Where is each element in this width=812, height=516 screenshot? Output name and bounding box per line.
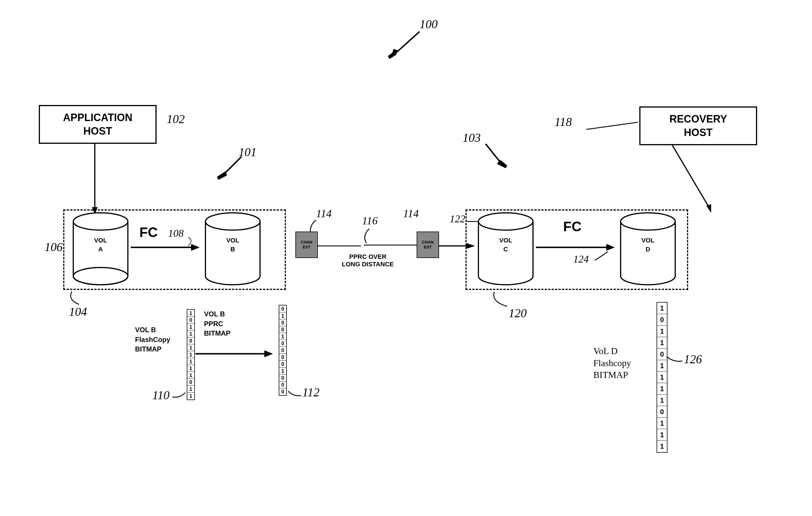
svg-marker-6: [217, 171, 227, 180]
bitmap-d-label: VoL D Flashcopy BITMAP: [593, 345, 631, 381]
bitmap-cell: 0: [279, 361, 286, 368]
chan-ext-left: CHAN EXT: [295, 232, 318, 258]
ref-120-line: [491, 291, 514, 309]
bitmap-fc-label: VOL B FlashCopy BITMAP: [135, 325, 170, 354]
svg-point-12: [73, 213, 128, 230]
chan-ext-right: CHAN EXT: [417, 232, 439, 258]
bitmap-cell: 0: [279, 375, 286, 381]
bitmap-cell: 1: [279, 313, 286, 319]
vol-a-line2: A: [98, 246, 103, 253]
bitmap-cell: 1: [187, 351, 194, 358]
ref-124: 124: [573, 253, 589, 265]
ref-110: 110: [152, 388, 170, 402]
bitmap-flashcopy-strip: 1011011111011: [187, 309, 195, 400]
bitmap-cell: 0: [657, 406, 667, 418]
ref-116-line: [360, 227, 375, 244]
bitmap-cell: 1: [187, 365, 194, 372]
ref-110-line: [171, 390, 188, 401]
ref-102: 102: [167, 112, 185, 126]
bitmap-cell: 1: [187, 358, 194, 365]
svg-point-27: [621, 213, 675, 230]
vol-a-line1: VOL: [94, 237, 107, 244]
volume-d-cylinder: VOL D: [619, 211, 677, 286]
svg-marker-11: [706, 204, 711, 213]
bitmap-cell: 1: [657, 429, 667, 441]
bitmap-cell: 1: [187, 324, 194, 330]
bitmap-cell: 1: [187, 392, 194, 400]
bitmap-cell: 1: [657, 326, 667, 337]
ref-122: 122: [450, 213, 465, 225]
svg-marker-29: [264, 350, 273, 357]
bitmap-vold-strip: 1011011110111: [657, 302, 667, 453]
bitmap-cell: 1: [187, 344, 194, 351]
ref-114-left: 114: [316, 207, 331, 220]
vol-c-line1: VOL: [499, 237, 512, 244]
bitmap-cell: 1: [279, 333, 286, 340]
ref-114-left-line: [308, 219, 319, 233]
vol-b-line2: B: [230, 246, 235, 253]
bitmap-cell: 1: [657, 418, 667, 429]
fc-label-left: FC: [139, 224, 158, 240]
vol-d-line1: VOL: [641, 237, 654, 244]
bitmap-cell: 1: [657, 441, 667, 452]
bitmap-cell: 1: [187, 386, 194, 392]
chan-ext-left-label: CHAN EXT: [301, 240, 312, 250]
arrow-101: [213, 154, 247, 183]
ref-112-line: [287, 388, 304, 400]
ref-118: 118: [555, 115, 572, 129]
vol-b-line1: VOL: [226, 237, 239, 244]
arrow-bitmaps: [195, 350, 276, 358]
bitmap-cell: 0: [187, 317, 194, 324]
bitmap-cell: 1: [187, 330, 194, 337]
bitmap-cell: 0: [279, 340, 286, 347]
ref-106: 106: [45, 240, 63, 254]
ref-108: 108: [168, 227, 183, 239]
bitmap-cell: 1: [657, 395, 667, 406]
bitmap-cell: 1: [657, 383, 667, 395]
ref-126: 126: [684, 352, 702, 366]
ref-108-curve: [184, 236, 198, 247]
ref-112: 112: [302, 385, 320, 399]
ref-126-line: [665, 354, 685, 365]
arrow-100: [382, 29, 425, 63]
bitmap-cell: 0: [657, 314, 667, 326]
bitmap-cell: 0: [279, 354, 286, 361]
ref-122-line: [467, 217, 481, 226]
bitmap-cell: 1: [657, 303, 667, 314]
arrow-103: [483, 141, 512, 172]
svg-line-10: [672, 145, 710, 209]
bitmap-pprc-label: VOL B PPRC BITMAP: [204, 309, 230, 338]
bitmap-pprc-strip: 0100100001000: [279, 305, 287, 396]
bitmap-cell: 1: [187, 310, 194, 317]
ref-116: 116: [362, 214, 378, 227]
bitmap-cell: 0: [279, 305, 286, 313]
vol-d-line2: D: [646, 246, 650, 253]
bitmap-cell: 0: [279, 319, 286, 326]
bitmap-cell: 0: [279, 326, 286, 333]
volume-a-cylinder: VOL A: [72, 211, 129, 286]
svg-point-18: [205, 213, 260, 230]
svg-marker-2: [388, 50, 397, 59]
bitmap-cell: 1: [279, 368, 286, 375]
fc-label-right: FC: [563, 219, 582, 235]
volume-c-cylinder: VOL C: [477, 211, 534, 286]
volume-b-cylinder: VOL B: [204, 211, 261, 286]
bitmap-cell: 0: [279, 381, 286, 388]
ref-124-line: [593, 250, 611, 262]
ref-103: 103: [463, 131, 481, 145]
application-host-label: APPLICATION HOST: [63, 111, 132, 138]
svg-marker-26: [606, 244, 615, 251]
bitmap-cell: 0: [279, 347, 286, 354]
svg-point-23: [478, 213, 533, 230]
vol-c-line2: C: [503, 246, 508, 253]
app-host-connector: [81, 144, 109, 219]
bitmap-cell: 0: [279, 388, 286, 395]
ref-104-line: [65, 290, 88, 307]
bitmap-cell: 1: [187, 372, 194, 379]
chan-ext-right-label: CHAN EXT: [422, 240, 434, 250]
pprc-over-label: PPRC OVER LONG DISTANCE: [323, 253, 412, 268]
bitmap-cell: 0: [187, 337, 194, 344]
bitmap-cell: 1: [657, 337, 667, 349]
svg-line-9: [586, 122, 638, 130]
bitmap-cell: 1: [657, 372, 667, 383]
